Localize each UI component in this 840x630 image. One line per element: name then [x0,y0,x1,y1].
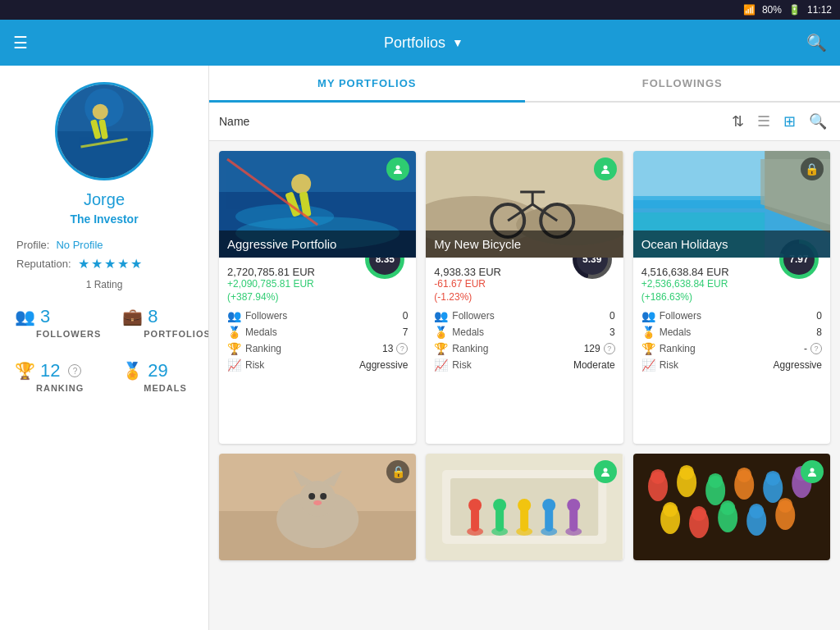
stat-row-ranking: 🏆 Ranking 13 ? [227,342,408,355]
portfolio-card-boardgame[interactable] [426,454,623,560]
stat-portfolios: 💼 8 PORTFOLIOS [116,299,209,345]
risk-stat-icon-2: 📈 [434,358,447,372]
portfolio-card-ocean[interactable]: 🔒 Ocean Holidays 7.97 4,516,638.84 EUR +… [633,151,830,444]
svg-point-27 [603,166,607,170]
card-gain-pct-ocean: (+186.63%) [641,291,822,303]
profile-value[interactable]: No Profile [56,239,103,251]
portfolio-card-cat[interactable]: 🔒 [219,454,416,560]
battery-icon: 🔋 [788,4,801,16]
svg-point-42 [313,500,322,504]
grid-view-button[interactable]: ⊞ [780,109,799,134]
card-stats-aggressive: 👥 Followers 0 🏅 Medals 7 🏆 Ranking [227,309,408,372]
sidebar: Jorge The Investor Profile: No Profile R… [0,66,209,630]
svg-point-60 [568,498,581,511]
reputation-stars: ★★★★★ [78,256,144,272]
svg-point-82 [749,503,764,518]
stat-row-followers: 👥 Followers 0 [227,309,408,322]
risk-stat-icon: 📈 [227,358,240,372]
card-body-aggressive: 8.35 2,720,785.81 EUR +2,090,785.81 EUR … [219,258,416,383]
toolbar: Name ⇅ ☰ ⊞ 🔍 [209,103,840,141]
card-gain-bicycle: -61.67 EUR [434,278,614,290]
medals-stat-icon-3: 🏅 [641,326,655,339]
rating-text: 1 Rating [86,276,123,291]
tab-followings[interactable]: FOLLOWINGS [525,66,841,101]
ranking-stat-icon: 🏆 [227,342,240,355]
svg-point-84 [778,497,792,512]
wifi-icon: 📶 [743,4,756,16]
profile-label: Profile: [16,239,49,251]
stat-followers: 👥 3 FOLLOWERS [8,299,107,345]
svg-point-15 [396,166,400,170]
card-title-bicycle: My New Bicycle [426,231,623,258]
card-public-icon-bicycle [594,158,617,180]
avatar [55,82,153,180]
stat-row-risk-3: 📈 Risk Aggressive [641,358,822,372]
portfolio-grid: Aggressive Portfolio 8.35 2,720,785.81 E… [209,141,840,630]
medals-stat-icon: 🏅 [227,326,240,339]
svg-point-37 [299,480,336,516]
svg-point-40 [308,492,315,499]
ranking-label: RANKING [15,383,84,393]
svg-point-66 [679,464,694,479]
svg-point-11 [291,174,311,194]
dropdown-icon[interactable]: ▼ [452,36,463,49]
svg-point-64 [651,468,665,483]
menu-button[interactable]: ☰ [13,33,28,52]
ranking-question-0[interactable]: ? [396,343,408,354]
stat-row-medals: 🏅 Medals 7 [227,326,408,339]
followers-stat-icon: 👥 [227,309,240,322]
list-view-button[interactable]: ☰ [754,109,774,134]
top-nav: ☰ Portfolios ▼ 🔍 [0,20,840,66]
svg-point-70 [737,467,751,482]
sort-label: Name [219,115,722,128]
sort-button[interactable]: ⇅ [728,109,747,134]
stat-row-followers-3: 👥 Followers 0 [641,309,822,322]
nav-search-button[interactable]: 🔍 [806,33,827,52]
svg-point-57 [543,498,556,511]
ranking-question-1[interactable]: ? [604,343,615,354]
card-image-aggressive: Aggressive Portfolio [219,151,416,258]
card-image-bicycle: My New Bicycle [426,151,623,258]
card-gain-pct-aggressive: (+387.94%) [227,291,408,303]
stat-row-medals-2: 🏅 Medals 3 [434,326,614,339]
medals-label: MEDALS [122,383,186,393]
ranking-icon: 🏆 [15,361,35,381]
portfolios-count: 8 [148,306,158,327]
medals-count: 29 [148,360,167,381]
card-public-icon-gummies [801,460,824,483]
svg-point-76 [663,501,678,516]
svg-point-78 [692,505,706,520]
followers-icon: 👥 [15,307,35,326]
card-image-cat: 🔒 [219,454,416,560]
stat-row-ranking-3: 🏆 Ranking - ? [641,342,822,355]
card-title-ocean: Ocean Holidays [633,231,830,258]
main-layout: Jorge The Investor Profile: No Profile R… [0,66,840,630]
stat-ranking: 🏆 12 ? RANKING [8,354,107,399]
avatar-image [57,84,151,178]
svg-point-68 [708,472,723,487]
reputation-row: Reputation: ★★★★★ [8,256,200,272]
risk-stat-icon-3: 📈 [641,358,655,372]
svg-point-3 [93,104,108,120]
toolbar-search-button[interactable]: 🔍 [806,109,830,134]
tab-my-portfolios[interactable]: MY PORTFOLIOS [209,66,525,101]
followers-label: FOLLOWERS [15,329,101,339]
followers-stat-icon-3: 👥 [641,309,655,322]
stat-row-followers-2: 👥 Followers 0 [434,309,614,322]
portfolio-card-aggressive[interactable]: Aggressive Portfolio 8.35 2,720,785.81 E… [219,151,416,444]
ranking-stat-icon-3: 🏆 [641,342,655,355]
ranking-stat-icon-2: 🏆 [434,342,447,355]
svg-point-61 [603,468,607,472]
ranking-question-icon[interactable]: ? [68,364,81,377]
portfolio-card-bicycle[interactable]: My New Bicycle 5.39 4,938.33 EUR -61.67 … [426,151,623,444]
card-gain-ocean: +2,536,638.84 EUR [641,278,822,290]
medals-stat-icon-2: 🏅 [434,326,447,339]
portfolio-card-gummies[interactable] [633,454,830,560]
content-area: MY PORTFOLIOS FOLLOWINGS Name ⇅ ☰ ⊞ 🔍 [209,66,840,630]
ranking-count: 12 [40,360,60,381]
ranking-question-2[interactable]: ? [810,343,822,354]
card-lock-icon-cat: 🔒 [386,460,409,483]
followers-count: 3 [40,306,50,327]
nav-title: Portfolios [384,34,445,52]
card-gain-aggressive: +2,090,785.81 EUR [227,278,408,290]
